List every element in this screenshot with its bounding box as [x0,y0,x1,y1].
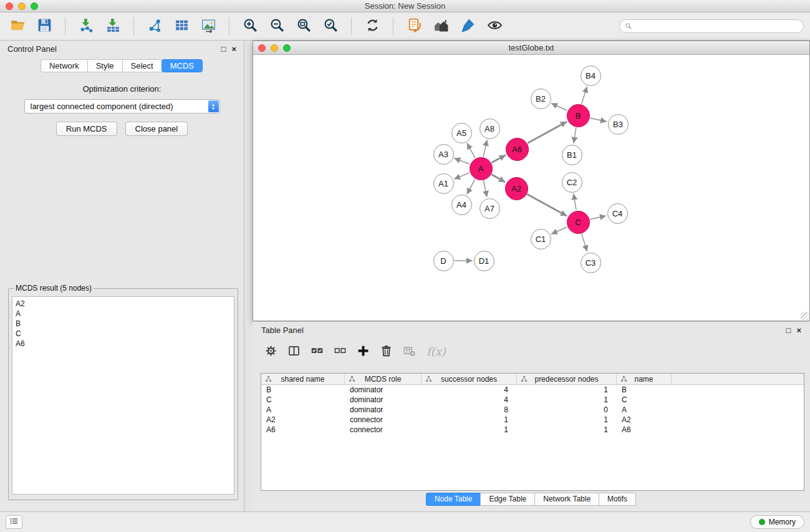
graph-node-C2[interactable]: C2 [562,172,582,193]
tab-mcds[interactable]: MCDS [162,59,203,72]
eye-button[interactable] [483,16,506,37]
graph-node-A2[interactable]: A2 [505,177,528,200]
mcds-result-item[interactable]: A [16,309,231,319]
graph-node-B4[interactable]: B4 [581,65,601,86]
network-canvas[interactable]: B4B2BB3A8A5A6A3B1AC2A1A2A4A7C4CC1DD1C3 [253,55,809,320]
memory-button[interactable]: Memory [750,515,804,529]
new-network-button[interactable] [143,16,166,37]
tab-network-table[interactable]: Network Table [534,493,599,506]
column-label: MCDS role [365,375,402,384]
minimize-window-button[interactable] [18,2,26,10]
network-minimize-button[interactable] [271,44,278,52]
zoom-window-button[interactable] [31,2,38,10]
trash-button[interactable] [377,342,396,360]
table-row[interactable]: Adominator80A [261,405,804,415]
network-zoom-button[interactable] [283,44,291,52]
deselect-all-button[interactable] [330,342,350,360]
network-close-button[interactable] [258,44,266,52]
graph-node-A4[interactable]: A4 [451,195,472,215]
zoom-out-button[interactable] [266,16,288,37]
tab-network[interactable]: Network [41,59,88,72]
float-table-panel-icon[interactable]: □ [786,326,791,335]
resize-grip-icon[interactable] [801,312,809,320]
graph-node-A8[interactable]: A8 [480,118,500,139]
cell-successor-nodes: 8 [422,405,517,414]
mcds-result-item[interactable]: A2 [16,299,231,309]
style-pen-button[interactable] [456,16,479,37]
graph-node-B[interactable]: B [567,104,590,127]
tab-node-table[interactable]: Node Table [426,493,481,506]
search-box[interactable] [619,19,804,33]
columns-button[interactable] [284,342,304,360]
table-row[interactable]: A6connector11A6 [261,425,804,435]
column-header-successor-nodes[interactable]: successor nodes [422,374,517,384]
table-row[interactable]: A2connector11A2 [261,415,804,425]
graph-node-A1[interactable]: A1 [433,173,454,194]
close-panel-button[interactable]: Close panel [125,122,188,136]
tab-motifs[interactable]: Motifs [599,493,636,506]
zoom-in-button[interactable] [239,16,261,37]
refresh-icon [365,17,380,35]
mcds-result-item[interactable]: B [16,319,231,329]
cell-name: B [617,385,672,394]
column-header-predecessor-nodes[interactable]: predecessor nodes [517,374,617,384]
tab-edge-table[interactable]: Edge Table [480,493,535,506]
graph-node-A7[interactable]: A7 [480,198,500,219]
new-table-button[interactable] [170,16,193,37]
cell-shared-name: C [261,395,345,404]
add-row-button[interactable] [354,342,373,360]
table-row[interactable]: Cdominator41C [261,395,804,405]
graph-node-A[interactable]: A [470,157,493,180]
graph-node-D[interactable]: D [433,251,454,271]
column-header-shared-name[interactable]: shared name [261,374,345,384]
snapshot-button[interactable] [403,16,425,37]
mcds-result-list[interactable]: A2ABCA6 [12,296,234,495]
cell-mcds-role: dominator [345,405,422,414]
import-network-button[interactable] [75,16,97,37]
home-button[interactable] [430,16,452,37]
close-panel-icon[interactable]: × [231,44,236,54]
import-table-button[interactable] [102,16,124,37]
save-button[interactable] [33,16,55,37]
search-input[interactable] [635,22,798,31]
network-window-titlebar[interactable]: testGlobe.txt [253,41,809,55]
close-window-button[interactable] [6,2,13,10]
zoom-selected-button[interactable] [319,16,342,37]
cell-predecessor-nodes: 1 [517,385,617,394]
memory-label: Memory [769,518,796,526]
new-network-icon [147,17,163,35]
delete-table-button [400,342,419,360]
graph-node-C1[interactable]: C1 [531,229,551,249]
list-icon [9,516,19,528]
graph-node-B3[interactable]: B3 [608,114,629,135]
optimization-criterion-select[interactable]: largest connected component (directed) ▲… [24,99,220,114]
graph-node-D1[interactable]: D1 [474,251,494,271]
refresh-button[interactable] [361,16,383,37]
cell-successor-nodes: 1 [422,425,517,434]
select-all-button[interactable] [307,342,327,360]
gear-button[interactable] [261,342,281,360]
column-header-name[interactable]: name [617,374,672,384]
run-mcds-button[interactable]: Run MCDS [56,122,117,136]
graph-node-B2[interactable]: B2 [531,89,551,109]
mcds-result-item[interactable]: C [16,329,231,339]
mcds-result-item[interactable]: A6 [16,339,231,349]
graph-node-B1[interactable]: B1 [562,145,582,165]
open-folder-button[interactable] [6,16,29,37]
graph-node-A3[interactable]: A3 [433,144,454,165]
graph-node-C4[interactable]: C4 [607,203,628,224]
close-table-panel-icon[interactable]: × [796,326,801,335]
float-panel-icon[interactable]: □ [221,44,226,54]
tab-style[interactable]: Style [87,59,123,72]
export-image-button[interactable] [197,16,219,37]
graph-edge-C-C2 [574,193,576,210]
tab-select[interactable]: Select [122,59,162,72]
task-history-button[interactable] [6,515,22,529]
graph-node-C[interactable]: C [567,211,590,234]
zoom-fit-button[interactable] [292,16,315,37]
graph-node-C3[interactable]: C3 [581,253,601,273]
graph-node-A6[interactable]: A6 [506,138,529,161]
graph-node-A5[interactable]: A5 [451,123,472,143]
table-row[interactable]: Bdominator41B [261,385,804,395]
column-header-mcds-role[interactable]: MCDS role [345,374,422,384]
